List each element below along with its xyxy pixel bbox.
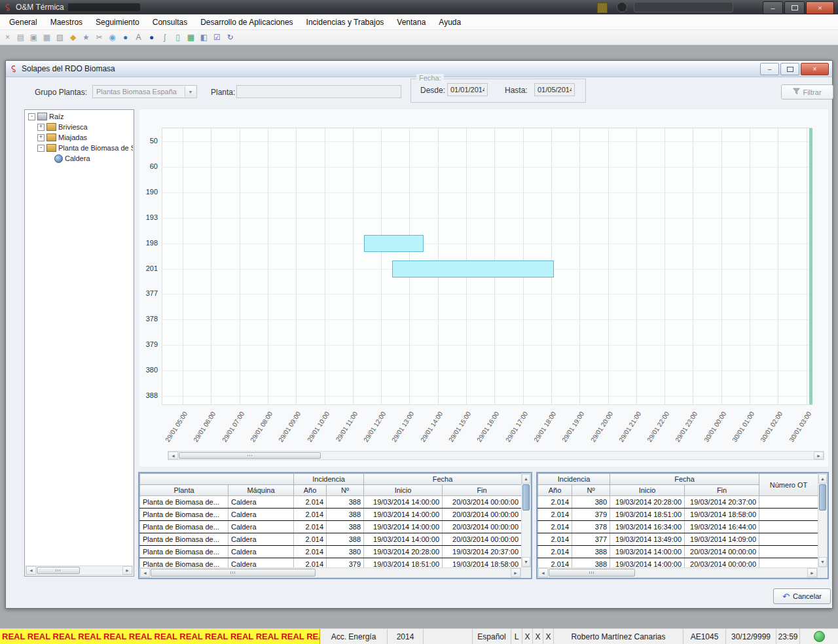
column-header-fin[interactable]: Fin <box>443 485 521 496</box>
attach-icon[interactable]: ʃ <box>159 32 170 43</box>
planta-input[interactable] <box>236 85 401 98</box>
table-row[interactable]: 2.014 388 19/03/2014 14:00:00 20/03/2014… <box>538 558 818 568</box>
column-header-planta[interactable]: Planta <box>140 485 228 496</box>
table-row[interactable]: Planta de Biomasa de... Caldera 2.014 37… <box>140 558 522 568</box>
chart-hscrollbar[interactable]: ◄ ► <box>168 451 824 460</box>
child-minimize-icon[interactable]: – <box>760 63 779 75</box>
delete-icon[interactable]: × <box>2 32 13 43</box>
table-row[interactable]: 2.014 388 19/03/2014 14:00:00 20/03/2014… <box>538 546 818 558</box>
scroll-right-icon[interactable]: ► <box>814 452 824 459</box>
scroll-down-icon[interactable]: ▼ <box>522 557 530 567</box>
mail-icon[interactable]: ▤ <box>15 32 26 43</box>
tree-item-ra-z[interactable]: -Raíz <box>26 111 133 122</box>
tree-item-planta-de-biomasa-de-sar[interactable]: -Planta de Biomasa de Sar <box>26 143 133 153</box>
column-header-numero[interactable]: Nº <box>327 485 364 496</box>
overlaps-table-hscrollbar[interactable]: ◄ ► <box>537 567 818 578</box>
sphere-icon[interactable]: ● <box>146 32 157 43</box>
scroll-left-icon[interactable]: ◄ <box>26 566 36 575</box>
hasta-date-input[interactable] <box>534 83 575 96</box>
table-row[interactable]: Planta de Biomasa de... Caldera 2.014 38… <box>140 546 522 558</box>
gridline-h <box>162 294 812 295</box>
menu-item[interactable]: Maestros <box>44 15 89 29</box>
gridline-h <box>162 141 812 142</box>
scroll-left-icon[interactable]: ◄ <box>538 568 548 577</box>
column-header-inicio[interactable]: Inicio <box>364 485 443 496</box>
tree-hscrollbar[interactable]: ◄ ► <box>26 565 133 575</box>
star-icon[interactable]: ★ <box>81 32 92 43</box>
scroll-left-icon[interactable]: ◄ <box>168 452 178 459</box>
child-maximize-icon[interactable] <box>780 63 799 75</box>
scroll-right-icon[interactable]: ► <box>807 568 817 577</box>
chevron-down-icon[interactable]: ▼ <box>185 86 196 97</box>
menu-item[interactable]: Seguimiento <box>89 15 146 29</box>
column-header-maquina[interactable]: Máquina <box>228 485 294 496</box>
gantt-bar[interactable] <box>364 235 424 252</box>
table-row[interactable]: 2.014 378 19/03/2014 16:34:00 19/03/2014… <box>538 521 818 533</box>
maximize-icon[interactable] <box>784 1 805 14</box>
zoom-text-icon[interactable]: A <box>133 32 144 43</box>
menu-item[interactable]: Ventana <box>390 15 432 29</box>
filtrar-button[interactable]: Filtrar <box>781 84 833 99</box>
scroll-right-icon[interactable]: ► <box>511 568 520 577</box>
menu-item[interactable]: Desarrollo de Aplicaciones <box>194 15 299 29</box>
paint-bucket-icon[interactable]: ◆ <box>67 32 79 43</box>
table-row[interactable]: Planta de Biomasa de... Caldera 2.014 38… <box>140 496 522 509</box>
menu-item[interactable]: General <box>3 15 44 29</box>
menu-item[interactable]: Incidencias y Trabajos <box>300 15 391 29</box>
collapse-icon[interactable]: - <box>28 113 35 120</box>
scroll-right-icon[interactable]: ► <box>122 566 132 575</box>
gantt-bar[interactable] <box>392 260 554 277</box>
expand-icon[interactable]: + <box>37 124 45 131</box>
gridline-h <box>162 243 812 244</box>
cancelar-button[interactable]: ↶ Cancelar <box>773 588 831 604</box>
table-check-icon[interactable]: ▦ <box>185 32 196 43</box>
menu-item[interactable]: Consultas <box>146 15 194 29</box>
overlaps-hscroll-thumb[interactable] <box>549 569 635 577</box>
incidents-hscroll-thumb[interactable] <box>151 569 316 577</box>
child-close-icon[interactable]: × <box>801 63 829 75</box>
column-header-fin[interactable]: Fin <box>685 485 759 496</box>
table-row[interactable]: Planta de Biomasa de... Caldera 2.014 38… <box>140 521 522 533</box>
tree-item-caldera[interactable]: Caldera <box>26 153 133 164</box>
collapse-icon[interactable]: - <box>37 145 45 152</box>
table-row[interactable]: Planta de Biomasa de... Caldera 2.014 38… <box>140 533 522 546</box>
print-icon[interactable]: ▣ <box>28 32 39 43</box>
menu-item[interactable]: Ayuda <box>432 15 467 29</box>
incidents-vscroll-thumb[interactable] <box>522 484 530 510</box>
table-row[interactable]: 2.014 377 19/03/2014 13:49:00 19/03/2014… <box>538 533 818 546</box>
column-header-numero-ot[interactable]: Número OT <box>759 474 818 496</box>
save-icon[interactable]: ▦ <box>41 32 52 43</box>
column-header-ano[interactable]: Año <box>294 485 327 496</box>
refresh-icon[interactable]: ↻ <box>225 32 236 43</box>
overlaps-vscroll-thumb[interactable] <box>819 484 826 510</box>
tree-item-briviesca[interactable]: +Briviesca <box>26 122 133 132</box>
note-icon[interactable]: ▯ <box>172 32 183 43</box>
panel-icon[interactable]: ◧ <box>198 32 210 43</box>
minimize-icon[interactable]: – <box>763 1 783 14</box>
desde-date-input[interactable] <box>447 83 488 96</box>
clock-icon[interactable]: ◉ <box>107 32 118 43</box>
incidents-table-hscrollbar[interactable]: ◄ ► <box>139 567 521 578</box>
scroll-left-icon[interactable]: ◄ <box>140 568 150 577</box>
cut-icon[interactable]: ✂ <box>94 32 105 43</box>
chart-hscroll-thumb[interactable] <box>179 452 321 459</box>
scroll-up-icon[interactable]: ▲ <box>818 474 827 484</box>
grupo-plantas-combobox[interactable]: Plantas Biomasa España ▼ <box>92 85 197 98</box>
incidents-table-vscrollbar[interactable]: ▲ ▼ <box>521 473 531 567</box>
expand-icon[interactable]: + <box>37 134 45 141</box>
chart-icon[interactable]: ▧ <box>54 32 65 43</box>
globe-icon[interactable]: ● <box>120 32 131 43</box>
close-icon[interactable]: × <box>806 1 834 14</box>
scroll-up-icon[interactable]: ▲ <box>522 474 530 484</box>
table-row[interactable]: Planta de Biomasa de... Caldera 2.014 38… <box>140 509 522 521</box>
overlaps-table-vscrollbar[interactable]: ▲ ▼ <box>818 473 828 567</box>
tree-item-miajadas[interactable]: +Miajadas <box>26 132 133 143</box>
table-row[interactable]: 2.014 379 19/03/2014 18:51:00 19/03/2014… <box>538 509 818 521</box>
column-header-inicio[interactable]: Inicio <box>610 485 685 496</box>
tree-hscroll-thumb[interactable] <box>37 567 80 574</box>
table-row[interactable]: 2.014 380 19/03/2014 20:28:00 19/03/2014… <box>538 496 818 509</box>
column-header-numero[interactable]: Nº <box>572 485 610 496</box>
check-grid-icon[interactable]: ☑ <box>211 32 223 43</box>
scroll-down-icon[interactable]: ▼ <box>818 557 827 567</box>
column-header-ano[interactable]: Año <box>538 485 572 496</box>
